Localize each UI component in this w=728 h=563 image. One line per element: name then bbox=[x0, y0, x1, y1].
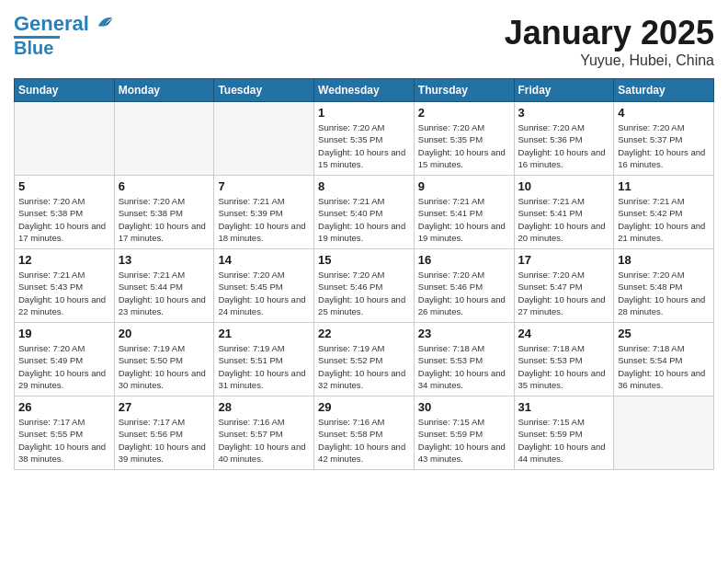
day-info: Sunrise: 7:19 AMSunset: 5:51 PMDaylight:… bbox=[218, 342, 310, 391]
calendar-cell bbox=[15, 102, 115, 176]
week-row-1: 1Sunrise: 7:20 AMSunset: 5:35 PMDaylight… bbox=[15, 102, 714, 176]
header-friday: Friday bbox=[514, 79, 614, 102]
day-info: Sunrise: 7:20 AMSunset: 5:46 PMDaylight:… bbox=[418, 269, 510, 317]
day-number: 23 bbox=[418, 327, 510, 340]
calendar-cell: 16Sunrise: 7:20 AMSunset: 5:46 PMDayligh… bbox=[414, 249, 514, 323]
day-info: Sunrise: 7:20 AMSunset: 5:46 PMDaylight:… bbox=[318, 269, 410, 317]
calendar-cell: 2Sunrise: 7:20 AMSunset: 5:35 PMDaylight… bbox=[414, 102, 514, 176]
calendar-cell: 22Sunrise: 7:19 AMSunset: 5:52 PMDayligh… bbox=[314, 323, 415, 396]
calendar-header-row: SundayMondayTuesdayWednesdayThursdayFrid… bbox=[15, 79, 714, 102]
day-number: 8 bbox=[318, 179, 410, 193]
day-number: 16 bbox=[418, 253, 510, 267]
calendar-cell: 17Sunrise: 7:20 AMSunset: 5:47 PMDayligh… bbox=[514, 249, 614, 323]
day-info: Sunrise: 7:20 AMSunset: 5:49 PMDaylight:… bbox=[18, 342, 110, 391]
calendar-cell: 7Sunrise: 7:21 AMSunset: 5:39 PMDaylight… bbox=[214, 176, 314, 249]
day-number: 7 bbox=[218, 179, 310, 193]
day-number: 11 bbox=[618, 179, 710, 193]
day-info: Sunrise: 7:20 AMSunset: 5:37 PMDaylight:… bbox=[618, 121, 710, 170]
calendar-cell: 8Sunrise: 7:21 AMSunset: 5:40 PMDaylight… bbox=[314, 176, 415, 249]
logo-bird-icon bbox=[97, 14, 113, 30]
day-info: Sunrise: 7:18 AMSunset: 5:53 PMDaylight:… bbox=[518, 342, 610, 391]
day-info: Sunrise: 7:15 AMSunset: 5:59 PMDaylight:… bbox=[418, 416, 510, 465]
calendar-cell: 26Sunrise: 7:17 AMSunset: 5:55 PMDayligh… bbox=[15, 396, 115, 470]
calendar-cell: 31Sunrise: 7:15 AMSunset: 5:59 PMDayligh… bbox=[514, 396, 614, 470]
header-monday: Monday bbox=[114, 79, 214, 102]
day-number: 20 bbox=[119, 327, 210, 340]
day-info: Sunrise: 7:20 AMSunset: 5:35 PMDaylight:… bbox=[318, 121, 410, 170]
day-number: 15 bbox=[318, 253, 410, 267]
day-info: Sunrise: 7:16 AMSunset: 5:58 PMDaylight:… bbox=[318, 416, 410, 465]
day-number: 4 bbox=[618, 106, 710, 120]
day-info: Sunrise: 7:20 AMSunset: 5:47 PMDaylight:… bbox=[518, 269, 610, 317]
week-row-5: 26Sunrise: 7:17 AMSunset: 5:55 PMDayligh… bbox=[15, 396, 714, 470]
calendar-cell: 13Sunrise: 7:21 AMSunset: 5:44 PMDayligh… bbox=[114, 249, 214, 323]
day-info: Sunrise: 7:20 AMSunset: 5:36 PMDaylight:… bbox=[518, 121, 610, 170]
day-info: Sunrise: 7:20 AMSunset: 5:35 PMDaylight:… bbox=[418, 121, 510, 170]
header-tuesday: Tuesday bbox=[214, 79, 314, 102]
day-number: 27 bbox=[119, 400, 210, 414]
calendar-cell bbox=[114, 102, 214, 176]
day-number: 12 bbox=[18, 253, 110, 267]
calendar-cell: 15Sunrise: 7:20 AMSunset: 5:46 PMDayligh… bbox=[314, 249, 415, 323]
calendar-cell: 14Sunrise: 7:20 AMSunset: 5:45 PMDayligh… bbox=[214, 249, 314, 323]
day-number: 22 bbox=[318, 327, 410, 340]
header-sunday: Sunday bbox=[15, 79, 115, 102]
logo-text: General bbox=[14, 14, 113, 34]
day-info: Sunrise: 7:19 AMSunset: 5:52 PMDaylight:… bbox=[318, 342, 410, 391]
day-number: 13 bbox=[119, 253, 210, 267]
calendar-cell: 3Sunrise: 7:20 AMSunset: 5:36 PMDaylight… bbox=[514, 102, 614, 176]
day-info: Sunrise: 7:21 AMSunset: 5:39 PMDaylight:… bbox=[218, 195, 310, 244]
day-info: Sunrise: 7:21 AMSunset: 5:44 PMDaylight:… bbox=[119, 269, 210, 317]
calendar-cell bbox=[214, 102, 314, 176]
day-number: 19 bbox=[18, 327, 110, 340]
calendar-cell: 12Sunrise: 7:21 AMSunset: 5:43 PMDayligh… bbox=[15, 249, 115, 323]
day-info: Sunrise: 7:17 AMSunset: 5:55 PMDaylight:… bbox=[18, 416, 110, 465]
day-number: 26 bbox=[18, 400, 110, 414]
calendar-cell: 25Sunrise: 7:18 AMSunset: 5:54 PMDayligh… bbox=[614, 323, 714, 396]
day-info: Sunrise: 7:20 AMSunset: 5:38 PMDaylight:… bbox=[18, 195, 110, 244]
header-wednesday: Wednesday bbox=[314, 79, 415, 102]
header: General Blue January 2025 Yuyue, Hubei, … bbox=[14, 14, 714, 69]
calendar-cell: 5Sunrise: 7:20 AMSunset: 5:38 PMDaylight… bbox=[15, 176, 115, 249]
calendar-cell: 29Sunrise: 7:16 AMSunset: 5:58 PMDayligh… bbox=[314, 396, 415, 470]
day-number: 30 bbox=[418, 400, 510, 414]
day-number: 28 bbox=[218, 400, 310, 414]
day-number: 18 bbox=[618, 253, 710, 267]
calendar-cell: 18Sunrise: 7:20 AMSunset: 5:48 PMDayligh… bbox=[614, 249, 714, 323]
page: General Blue January 2025 Yuyue, Hubei, … bbox=[0, 0, 728, 563]
calendar-cell: 11Sunrise: 7:21 AMSunset: 5:42 PMDayligh… bbox=[614, 176, 714, 249]
header-saturday: Saturday bbox=[614, 79, 714, 102]
calendar-title: January 2025 bbox=[505, 14, 714, 52]
calendar-cell: 4Sunrise: 7:20 AMSunset: 5:37 PMDaylight… bbox=[614, 102, 714, 176]
day-info: Sunrise: 7:20 AMSunset: 5:48 PMDaylight:… bbox=[618, 269, 710, 317]
week-row-2: 5Sunrise: 7:20 AMSunset: 5:38 PMDaylight… bbox=[15, 176, 714, 249]
title-block: January 2025 Yuyue, Hubei, China bbox=[505, 14, 714, 69]
calendar-cell: 6Sunrise: 7:20 AMSunset: 5:38 PMDaylight… bbox=[114, 176, 214, 249]
day-number: 14 bbox=[218, 253, 310, 267]
logo-line1: General bbox=[14, 14, 113, 34]
day-info: Sunrise: 7:21 AMSunset: 5:40 PMDaylight:… bbox=[318, 195, 410, 244]
calendar-cell: 21Sunrise: 7:19 AMSunset: 5:51 PMDayligh… bbox=[214, 323, 314, 396]
day-info: Sunrise: 7:21 AMSunset: 5:41 PMDaylight:… bbox=[418, 195, 510, 244]
day-number: 2 bbox=[418, 106, 510, 120]
logo-general: General bbox=[14, 12, 89, 35]
day-number: 5 bbox=[18, 179, 110, 193]
day-number: 9 bbox=[418, 179, 510, 193]
day-number: 17 bbox=[518, 253, 610, 267]
calendar-cell: 24Sunrise: 7:18 AMSunset: 5:53 PMDayligh… bbox=[514, 323, 614, 396]
calendar-cell: 9Sunrise: 7:21 AMSunset: 5:41 PMDaylight… bbox=[414, 176, 514, 249]
day-info: Sunrise: 7:20 AMSunset: 5:38 PMDaylight:… bbox=[119, 195, 210, 244]
calendar-cell: 28Sunrise: 7:16 AMSunset: 5:57 PMDayligh… bbox=[214, 396, 314, 470]
header-thursday: Thursday bbox=[414, 79, 514, 102]
day-number: 1 bbox=[318, 106, 410, 120]
calendar-cell: 1Sunrise: 7:20 AMSunset: 5:35 PMDaylight… bbox=[314, 102, 415, 176]
day-number: 29 bbox=[318, 400, 410, 414]
day-number: 31 bbox=[518, 400, 610, 414]
day-number: 10 bbox=[518, 179, 610, 193]
day-info: Sunrise: 7:19 AMSunset: 5:50 PMDaylight:… bbox=[119, 342, 210, 391]
day-info: Sunrise: 7:17 AMSunset: 5:56 PMDaylight:… bbox=[119, 416, 210, 465]
day-info: Sunrise: 7:20 AMSunset: 5:45 PMDaylight:… bbox=[218, 269, 310, 317]
calendar-cell bbox=[614, 396, 714, 470]
day-number: 25 bbox=[618, 327, 710, 340]
calendar-cell: 10Sunrise: 7:21 AMSunset: 5:41 PMDayligh… bbox=[514, 176, 614, 249]
